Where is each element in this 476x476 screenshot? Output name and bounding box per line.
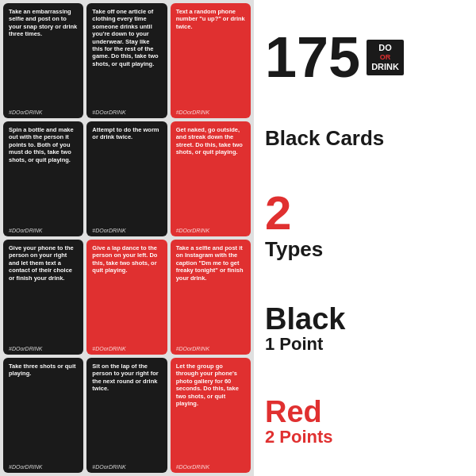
card-1: Take off one article of clothing every t… [86,3,167,118]
card-5: Get naked, go outside, and streak down t… [171,121,251,236]
badge-or: OR [371,53,399,62]
card-text-11: Let the group go through your phone's ph… [176,363,245,461]
cards-grid: Take an embarrassing selfie and post on … [0,0,254,476]
card-text-1: Take off one article of clothing every t… [92,8,161,106]
card-hashtag-11: #DOorDRINK [176,464,245,470]
card-hashtag-2: #DOorDRINK [176,109,245,115]
card-hashtag-3: #DOorDRINK [9,228,78,233]
card-11: Let the group go through your phone's ph… [171,358,251,473]
types-section: 2 Types [265,190,465,262]
card-2: Text a random phone number "u up?" or dr… [171,3,251,118]
badge-do: DO [371,43,399,53]
card-text-5: Get naked, go outside, and streak down t… [176,126,245,225]
brand-badge: DO OR DRINK [367,40,404,75]
card-8: Take a selfie and post it on Instagram w… [171,240,251,355]
card-0: Take an embarrassing selfie and post on … [3,3,83,118]
card-hashtag-6: #DOorDRINK [9,346,78,351]
card-hashtag-0: #DOorDRINK [9,109,78,115]
black-label: Black [265,304,465,334]
types-number: 2 [265,190,465,237]
card-10: Sit on the lap of the person to your rig… [86,358,167,473]
card-text-8: Take a selfie and post it on Instagram w… [176,244,245,343]
card-text-7: Give a lap dance to the person on your l… [92,244,161,343]
black-points: 1 Point [265,334,465,355]
card-3: Spin a bottle and make out with the pers… [3,121,83,236]
card-text-2: Text a random phone number "u up?" or dr… [176,8,245,106]
card-hashtag-8: #DOorDRINK [176,346,245,351]
card-text-9: Take three shots or quit playing. [9,363,78,461]
right-panel: 175 DO OR DRINK Black Cards 2 Types Blac… [254,0,476,476]
card-text-4: Attempt to do the worm or drink twice. [92,126,161,225]
card-6: Give your phone to the person on your ri… [3,240,83,355]
card-hashtag-4: #DOorDRINK [92,228,161,233]
red-points: 2 Points [265,427,465,447]
card-7: Give a lap dance to the person on your l… [86,240,167,355]
card-hashtag-5: #DOorDRINK [176,228,245,233]
badge-drink: DRINK [371,62,399,72]
red-section: Red 2 Points [265,397,465,447]
black-section: Black 1 Point [265,304,465,355]
card-hashtag-10: #DOorDRINK [92,464,161,470]
card-text-3: Spin a bottle and make out with the pers… [9,126,78,225]
count-section: 175 DO OR DRINK [265,29,465,86]
card-text-10: Sit on the lap of the person to your rig… [92,363,161,461]
card-hashtag-9: #DOorDRINK [9,464,78,470]
red-label: Red [265,397,465,427]
black-cards-label: Black Cards [265,128,465,148]
card-text-6: Give your phone to the person on your ri… [9,244,78,343]
card-4: Attempt to do the worm or drink twice.#D… [86,121,167,236]
card-count: 175 [265,29,360,86]
card-9: Take three shots or quit playing.#DOorDR… [3,358,83,473]
card-text-0: Take an embarrassing selfie and post on … [9,8,78,106]
card-hashtag-7: #DOorDRINK [92,346,161,351]
types-label: Types [265,237,465,262]
card-hashtag-1: #DOorDRINK [92,109,161,115]
